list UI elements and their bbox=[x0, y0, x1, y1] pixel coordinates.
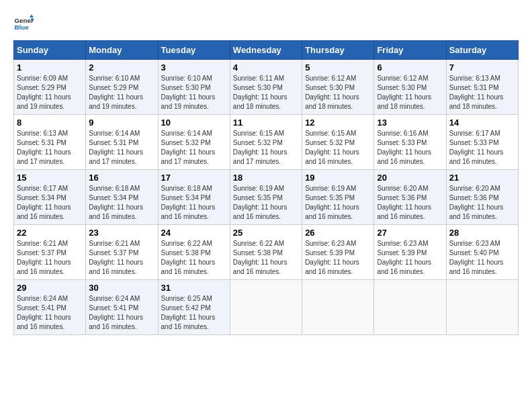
calendar-week-row: 29Sunrise: 6:24 AMSunset: 5:41 PMDayligh… bbox=[14, 280, 519, 335]
logo-icon: General Blue bbox=[13, 13, 34, 34]
calendar-cell: 15Sunrise: 6:17 AMSunset: 5:34 PMDayligh… bbox=[14, 170, 86, 225]
calendar-cell: 13Sunrise: 6:16 AMSunset: 5:33 PMDayligh… bbox=[374, 115, 446, 170]
calendar-cell: 17Sunrise: 6:18 AMSunset: 5:34 PMDayligh… bbox=[158, 170, 230, 225]
weekday-header: Saturday bbox=[446, 41, 518, 60]
weekday-header: Monday bbox=[86, 41, 158, 60]
day-info: Sunrise: 6:14 AMSunset: 5:32 PMDaylight:… bbox=[161, 129, 227, 167]
weekday-header: Friday bbox=[374, 41, 446, 60]
calendar-cell: 1Sunrise: 6:09 AMSunset: 5:29 PMDaylight… bbox=[14, 60, 86, 115]
calendar-cell: 18Sunrise: 6:19 AMSunset: 5:35 PMDayligh… bbox=[230, 170, 302, 225]
day-info: Sunrise: 6:23 AMSunset: 5:40 PMDaylight:… bbox=[449, 239, 515, 277]
day-info: Sunrise: 6:25 AMSunset: 5:42 PMDaylight:… bbox=[161, 294, 227, 332]
calendar-cell: 9Sunrise: 6:14 AMSunset: 5:31 PMDaylight… bbox=[86, 115, 158, 170]
calendar-cell: 28Sunrise: 6:23 AMSunset: 5:40 PMDayligh… bbox=[446, 225, 518, 280]
day-number: 10 bbox=[161, 118, 227, 128]
day-info: Sunrise: 6:21 AMSunset: 5:37 PMDaylight:… bbox=[89, 239, 154, 277]
calendar-cell: 23Sunrise: 6:21 AMSunset: 5:37 PMDayligh… bbox=[86, 225, 158, 280]
calendar-cell: 27Sunrise: 6:23 AMSunset: 5:39 PMDayligh… bbox=[374, 225, 446, 280]
day-number: 28 bbox=[449, 228, 515, 238]
day-number: 9 bbox=[89, 118, 154, 128]
day-number: 25 bbox=[233, 228, 299, 238]
day-info: Sunrise: 6:10 AMSunset: 5:29 PMDaylight:… bbox=[89, 74, 154, 111]
day-info: Sunrise: 6:13 AMSunset: 5:31 PMDaylight:… bbox=[449, 74, 515, 111]
calendar-cell: 12Sunrise: 6:15 AMSunset: 5:32 PMDayligh… bbox=[302, 115, 374, 170]
day-number: 21 bbox=[449, 173, 515, 183]
calendar-cell bbox=[374, 280, 446, 335]
day-info: Sunrise: 6:15 AMSunset: 5:32 PMDaylight:… bbox=[305, 129, 371, 167]
logo: General Blue bbox=[13, 13, 36, 34]
day-number: 3 bbox=[161, 62, 227, 73]
calendar-week-row: 15Sunrise: 6:17 AMSunset: 5:34 PMDayligh… bbox=[14, 170, 519, 225]
day-info: Sunrise: 6:10 AMSunset: 5:30 PMDaylight:… bbox=[161, 74, 227, 111]
day-info: Sunrise: 6:18 AMSunset: 5:34 PMDaylight:… bbox=[89, 184, 154, 222]
day-number: 18 bbox=[233, 173, 299, 183]
calendar-cell: 2Sunrise: 6:10 AMSunset: 5:29 PMDaylight… bbox=[86, 60, 158, 115]
day-info: Sunrise: 6:23 AMSunset: 5:39 PMDaylight:… bbox=[305, 239, 371, 277]
calendar-week-row: 1Sunrise: 6:09 AMSunset: 5:29 PMDaylight… bbox=[14, 60, 519, 115]
calendar-cell: 26Sunrise: 6:23 AMSunset: 5:39 PMDayligh… bbox=[302, 225, 374, 280]
calendar-cell: 7Sunrise: 6:13 AMSunset: 5:31 PMDaylight… bbox=[446, 60, 518, 115]
calendar-cell: 8Sunrise: 6:13 AMSunset: 5:31 PMDaylight… bbox=[14, 115, 86, 170]
header: General Blue bbox=[13, 13, 519, 34]
calendar-cell: 5Sunrise: 6:12 AMSunset: 5:30 PMDaylight… bbox=[302, 60, 374, 115]
calendar-cell: 4Sunrise: 6:11 AMSunset: 5:30 PMDaylight… bbox=[230, 60, 302, 115]
calendar-cell: 30Sunrise: 6:24 AMSunset: 5:41 PMDayligh… bbox=[86, 280, 158, 335]
calendar-cell: 21Sunrise: 6:20 AMSunset: 5:36 PMDayligh… bbox=[446, 170, 518, 225]
calendar-cell: 25Sunrise: 6:22 AMSunset: 5:38 PMDayligh… bbox=[230, 225, 302, 280]
day-number: 30 bbox=[89, 283, 154, 293]
day-info: Sunrise: 6:21 AMSunset: 5:37 PMDaylight:… bbox=[17, 239, 83, 277]
day-info: Sunrise: 6:17 AMSunset: 5:33 PMDaylight:… bbox=[449, 129, 515, 167]
day-number: 12 bbox=[305, 118, 371, 128]
day-info: Sunrise: 6:13 AMSunset: 5:31 PMDaylight:… bbox=[17, 129, 83, 167]
day-info: Sunrise: 6:14 AMSunset: 5:31 PMDaylight:… bbox=[89, 129, 154, 167]
calendar-cell: 19Sunrise: 6:19 AMSunset: 5:35 PMDayligh… bbox=[302, 170, 374, 225]
day-number: 24 bbox=[161, 228, 227, 238]
day-info: Sunrise: 6:23 AMSunset: 5:39 PMDaylight:… bbox=[377, 239, 443, 277]
day-info: Sunrise: 6:20 AMSunset: 5:36 PMDaylight:… bbox=[449, 184, 515, 222]
calendar-cell bbox=[230, 280, 302, 335]
calendar-cell bbox=[302, 280, 374, 335]
day-number: 17 bbox=[161, 173, 227, 183]
weekday-header: Sunday bbox=[14, 41, 86, 60]
day-number: 31 bbox=[161, 283, 227, 293]
svg-marker-2 bbox=[30, 15, 34, 18]
day-number: 20 bbox=[377, 173, 443, 183]
calendar-week-row: 8Sunrise: 6:13 AMSunset: 5:31 PMDaylight… bbox=[14, 115, 519, 170]
svg-text:General: General bbox=[15, 17, 34, 24]
day-number: 1 bbox=[17, 62, 83, 73]
day-info: Sunrise: 6:15 AMSunset: 5:32 PMDaylight:… bbox=[233, 129, 299, 167]
day-info: Sunrise: 6:19 AMSunset: 5:35 PMDaylight:… bbox=[233, 184, 299, 222]
day-info: Sunrise: 6:18 AMSunset: 5:34 PMDaylight:… bbox=[161, 184, 227, 222]
day-info: Sunrise: 6:24 AMSunset: 5:41 PMDaylight:… bbox=[17, 294, 83, 332]
day-number: 11 bbox=[233, 118, 299, 128]
day-number: 27 bbox=[377, 228, 443, 238]
day-info: Sunrise: 6:24 AMSunset: 5:41 PMDaylight:… bbox=[89, 294, 154, 332]
calendar-cell: 31Sunrise: 6:25 AMSunset: 5:42 PMDayligh… bbox=[158, 280, 230, 335]
day-info: Sunrise: 6:19 AMSunset: 5:35 PMDaylight:… bbox=[305, 184, 371, 222]
calendar-cell: 14Sunrise: 6:17 AMSunset: 5:33 PMDayligh… bbox=[446, 115, 518, 170]
calendar-cell: 16Sunrise: 6:18 AMSunset: 5:34 PMDayligh… bbox=[86, 170, 158, 225]
calendar-cell: 10Sunrise: 6:14 AMSunset: 5:32 PMDayligh… bbox=[158, 115, 230, 170]
calendar-cell: 20Sunrise: 6:20 AMSunset: 5:36 PMDayligh… bbox=[374, 170, 446, 225]
svg-text:Blue: Blue bbox=[15, 24, 30, 31]
calendar-cell: 22Sunrise: 6:21 AMSunset: 5:37 PMDayligh… bbox=[14, 225, 86, 280]
day-number: 5 bbox=[305, 62, 371, 73]
calendar-cell bbox=[446, 280, 518, 335]
day-number: 16 bbox=[89, 173, 154, 183]
weekday-header-row: SundayMondayTuesdayWednesdayThursdayFrid… bbox=[14, 41, 519, 60]
day-info: Sunrise: 6:17 AMSunset: 5:34 PMDaylight:… bbox=[17, 184, 83, 222]
day-info: Sunrise: 6:16 AMSunset: 5:33 PMDaylight:… bbox=[377, 129, 443, 167]
calendar-cell: 29Sunrise: 6:24 AMSunset: 5:41 PMDayligh… bbox=[14, 280, 86, 335]
day-number: 4 bbox=[233, 62, 299, 73]
day-info: Sunrise: 6:22 AMSunset: 5:38 PMDaylight:… bbox=[233, 239, 299, 277]
calendar-table: SundayMondayTuesdayWednesdayThursdayFrid… bbox=[13, 40, 519, 335]
day-info: Sunrise: 6:20 AMSunset: 5:36 PMDaylight:… bbox=[377, 184, 443, 222]
calendar-cell: 3Sunrise: 6:10 AMSunset: 5:30 PMDaylight… bbox=[158, 60, 230, 115]
day-number: 22 bbox=[17, 228, 83, 238]
calendar-week-row: 22Sunrise: 6:21 AMSunset: 5:37 PMDayligh… bbox=[14, 225, 519, 280]
weekday-header: Thursday bbox=[302, 41, 374, 60]
day-info: Sunrise: 6:12 AMSunset: 5:30 PMDaylight:… bbox=[377, 74, 443, 111]
day-info: Sunrise: 6:11 AMSunset: 5:30 PMDaylight:… bbox=[233, 74, 299, 111]
day-number: 6 bbox=[377, 62, 443, 73]
day-number: 26 bbox=[305, 228, 371, 238]
